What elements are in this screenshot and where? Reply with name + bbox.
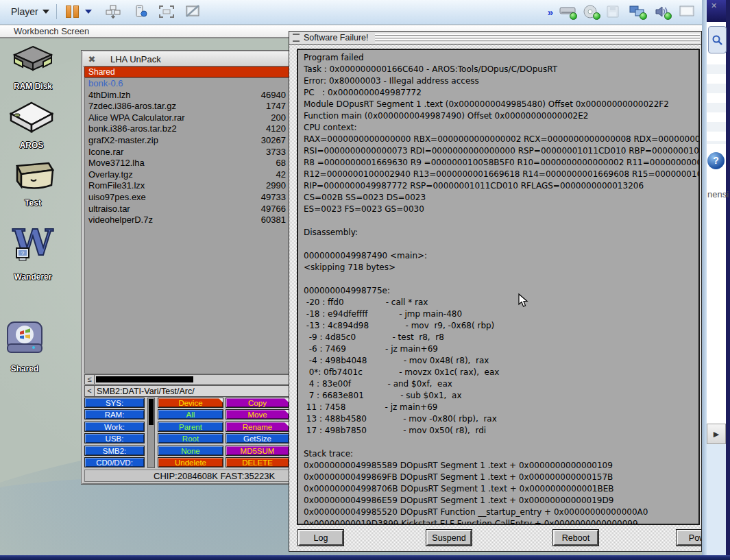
fullscreen-button[interactable]: [158, 3, 175, 20]
memory-status-bar: CHIP:2084608K FAST:35223K: [84, 470, 289, 482]
cd-rom-device-icon[interactable]: [583, 5, 599, 19]
close-icon[interactable]: ✖: [83, 54, 101, 64]
scroll-right-button[interactable]: ▶: [707, 424, 726, 444]
action-button[interactable]: DELETE: [226, 457, 289, 467]
hard-disk-device-icon[interactable]: [559, 5, 576, 19]
console-line: 13 : 488b4580 - mov -0x80( rbp), rax: [304, 413, 698, 425]
device-connect-icon: [133, 4, 148, 19]
drive-buttons-column: SYS: RAM: Work: USB: SMB2: CD0/DVD:: [84, 398, 145, 468]
desktop-icon-shared[interactable]: Shared: [0, 318, 56, 374]
ram-disk-icon: [10, 44, 56, 77]
action-button[interactable]: MD5SUM: [226, 446, 289, 456]
file-row[interactable]: Icone.rar 3733: [85, 147, 289, 158]
drive-button[interactable]: CD0/DVD:: [84, 457, 145, 467]
file-row[interactable]: ultraiso.tar 49766: [85, 204, 289, 215]
toolbar-overflow-chevron[interactable]: »: [544, 3, 557, 20]
collapse-gadget[interactable]: ≤: [84, 374, 95, 385]
file-row[interactable]: bonk-0.6: [85, 78, 289, 90]
filter-button[interactable]: Device: [158, 398, 223, 408]
file-row[interactable]: grafX2-master.zip 30267: [85, 135, 289, 147]
action-button[interactable]: GetSize: [226, 433, 289, 443]
display-device-icon[interactable]: [679, 5, 695, 19]
reboot-button[interactable]: Reboot: [553, 530, 598, 546]
drive-button[interactable]: SMB2:: [84, 446, 145, 456]
search-icon: [711, 34, 723, 46]
log-button[interactable]: Log: [298, 530, 343, 546]
grid-scrollbar[interactable]: [147, 398, 155, 468]
console-line: Program failed: [304, 52, 698, 64]
file-row[interactable]: Alice WPA Calculator.rar 200: [85, 112, 289, 124]
filter-button[interactable]: Undelete: [158, 457, 223, 467]
close-icon[interactable]: ✕: [711, 1, 717, 10]
file-row[interactable]: Overlay.tgz 42: [85, 169, 289, 181]
drive-button[interactable]: SYS:: [84, 398, 145, 408]
filter-button[interactable]: Parent: [158, 422, 223, 432]
drive-button[interactable]: RAM:: [84, 409, 145, 419]
desktop-icon-ram-disk[interactable]: RAM Disk: [1, 44, 64, 91]
source-path-bar[interactable]: Shared: [84, 66, 289, 77]
action-button[interactable]: Copy: [226, 398, 289, 408]
filter-button[interactable]: Root: [158, 433, 223, 443]
action-button[interactable]: Move: [226, 409, 289, 419]
console-line: -9 : 4d85c0 - test r8, r8: [304, 332, 698, 343]
display-slash-button[interactable]: [184, 3, 202, 20]
action-button[interactable]: Rename: [226, 422, 289, 432]
file-row[interactable]: videohelperD.7z 60381: [85, 215, 289, 226]
drive-button[interactable]: USB:: [84, 433, 145, 443]
console-line: 0*: 0fb7401c - movzx 0x1c( rax), eax: [304, 367, 698, 378]
file-row[interactable]: Move3712.lha 68: [85, 158, 289, 169]
network-device-icon[interactable]: [629, 5, 646, 19]
filter-button[interactable]: All: [158, 409, 223, 419]
file-row[interactable]: 7zdec.i386-aros.tar.gz 1747: [85, 101, 289, 112]
fullscreen-brackets-icon: [158, 5, 175, 19]
file-row[interactable]: 4thDim.lzh 46940: [85, 90, 289, 101]
console-line: 0x0000000049985589 DOpusRT Segment 1 .te…: [304, 460, 698, 472]
software-failure-window: Software Failure! Program failed Task : …: [289, 31, 702, 552]
console-line: -6 : 7469 - jz main+69: [304, 343, 698, 355]
player-menu-button[interactable]: Player: [5, 3, 55, 20]
console-line: 0x00000000019D3899 Kickstart ELF Functio…: [304, 518, 698, 525]
power-button[interactable]: Pow: [677, 530, 702, 546]
sound-device-icon[interactable]: [654, 5, 670, 19]
svg-text:?: ?: [21, 250, 25, 256]
titlebar-drag-stripes[interactable]: [375, 33, 700, 42]
desktop-icon-aros[interactable]: AROS: [0, 100, 63, 150]
file-row[interactable]: RomFile31.lzx 2990: [85, 180, 289, 192]
pause-button[interactable]: [64, 3, 80, 20]
scrollbar-thumb[interactable]: [149, 399, 154, 425]
screens-download-button[interactable]: [104, 3, 122, 20]
console-line: Stack trace:: [304, 448, 698, 460]
device-connect-button[interactable]: [132, 3, 149, 20]
filter-button[interactable]: None: [158, 446, 223, 456]
file-list[interactable]: bonk-0.6 4thDim.lzh 46940 7zdec.i386-aro…: [84, 77, 289, 374]
console-line: CS=002B SS=0023 DS=0023: [304, 192, 698, 204]
desktop-icon-wanderer[interactable]: W ? Wanderer: [1, 225, 64, 282]
console-line: CPU context:: [304, 122, 698, 134]
desktop-icon-test[interactable]: Test: [1, 159, 64, 208]
drive-button[interactable]: Work:: [84, 422, 145, 432]
clipped-text: nensi: [707, 189, 729, 199]
file-size: 68: [245, 158, 286, 169]
lha-window-titlebar[interactable]: ✖ LHA UnPack: [83, 52, 290, 66]
console-line: Task : 0x000000000166C640 - AROS:Tools/D…: [304, 64, 698, 75]
console-line: 17 : 498b7850 - mov 0x50( r8), rdi: [304, 425, 698, 437]
console-line: Function main (0x0000000049987490) Offse…: [304, 110, 698, 122]
file-row[interactable]: bonk.i386-aros.tar.bz2 4120: [85, 123, 289, 135]
pause-dropdown-button[interactable]: [83, 3, 94, 20]
path-field[interactable]: SMB2:DATI-Vari/Test/Arc/: [95, 385, 289, 397]
console-line: R8 =0000000001669630 R9 =000000010058B5F…: [304, 157, 698, 169]
failure-window-titlebar[interactable]: Software Failure!: [289, 32, 701, 45]
suspend-button[interactable]: Suspend: [426, 530, 472, 546]
floppy-device-icon[interactable]: [606, 5, 622, 19]
file-size: 49766: [245, 204, 286, 215]
drag-gadget-icon[interactable]: [293, 34, 300, 42]
file-name: Alice WPA Calculator.rar: [88, 112, 245, 124]
help-icon[interactable]: ?: [707, 152, 725, 169]
status-dot: [570, 12, 577, 20]
console-line: -4 : 498b4048 - mov 0x48( r8), rax: [304, 355, 698, 367]
search-button[interactable]: [708, 26, 727, 53]
file-size: [245, 78, 286, 90]
file-row[interactable]: uiso97pes.exe 49733: [85, 192, 289, 204]
background-window-titlebar[interactable]: ✕: [707, 0, 726, 22]
path-back-gadget[interactable]: <: [84, 385, 95, 397]
